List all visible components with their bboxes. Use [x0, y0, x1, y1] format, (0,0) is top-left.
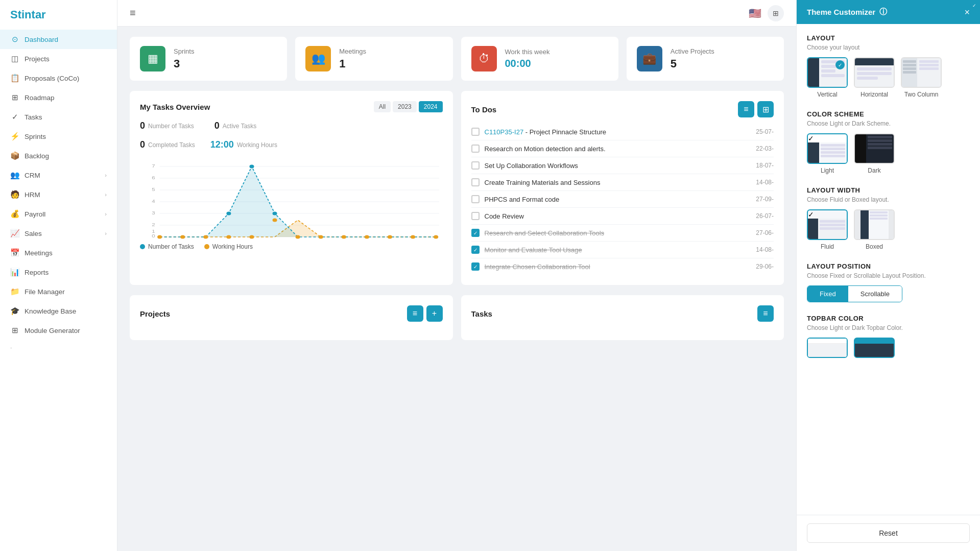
chart-dot [342, 235, 346, 239]
chevron-right-icon: › [105, 230, 107, 236]
layout-option-horizontal[interactable]: Horizontal [854, 57, 895, 98]
sidebar-item-label: File Manager [25, 288, 65, 296]
tab-all[interactable]: All [374, 101, 391, 112]
meetings-stat-info: Meetings 1 [339, 47, 366, 70]
sidebar-item-module-generator[interactable]: ⊞ Module Generator [0, 321, 117, 340]
tasks-menu-btn[interactable]: ≡ [757, 305, 774, 322]
todos-view-btn[interactable]: ⊞ [757, 101, 774, 117]
sidebar-item-meetings[interactable]: 📅 Meetings [0, 243, 117, 262]
theme-footer: Reset [797, 515, 980, 551]
topbar-color-dark[interactable] [854, 338, 895, 358]
chevron-right-icon: › [105, 211, 107, 217]
reset-button[interactable]: Reset [807, 523, 970, 543]
todo-checkbox-checked[interactable]: ✓ [471, 262, 480, 271]
color-option-dark[interactable]: Dark [854, 133, 895, 174]
sidebar-item-reports[interactable]: 📊 Reports [0, 262, 117, 282]
bottom-row: Projects ≡ + Tasks ≡ [130, 295, 784, 340]
work-stat-info: Work this week 00:00 [505, 48, 550, 69]
check-icon: ✓ [808, 210, 847, 219]
todo-checkbox-checked[interactable]: ✓ [471, 246, 480, 254]
middle-row: My Tasks Overview All 2023 2024 0 Number… [130, 91, 784, 285]
theme-customizer-panel: Theme Customizer ⓘ × LAYOUT Choose your … [796, 0, 980, 551]
topbar-grid-icon[interactable]: ⊞ [768, 5, 784, 21]
color-option-light[interactable]: ✓ Light [807, 133, 848, 174]
todo-item: ✓ Integrate Chosen Collaboration Tool 29… [471, 258, 774, 275]
tab-2024[interactable]: 2024 [419, 101, 443, 112]
chart-dot [411, 235, 415, 239]
sidebar-item-knowledge-base[interactable]: 🎓 Knowledge Base [0, 301, 117, 321]
projects-menu-btn[interactable]: ≡ [407, 305, 423, 322]
theme-close-button[interactable]: × [964, 8, 970, 17]
todo-checkbox[interactable] [471, 161, 480, 170]
layout-option-two-column[interactable]: Two Column [901, 57, 942, 98]
todo-checkbox[interactable] [471, 195, 480, 203]
sidebar-item-label: CRM [25, 172, 40, 179]
todo-checkbox[interactable] [471, 128, 480, 136]
legend-tasks-label: Number of Tasks [148, 243, 194, 250]
check-icon: ✓ [835, 60, 845, 69]
position-scrollable-btn[interactable]: Scrollable [848, 286, 902, 302]
backlog-icon: 📦 [10, 151, 19, 160]
topbar-color-light[interactable]: ✓ [807, 338, 848, 358]
todos-menu-btn[interactable]: ≡ [738, 101, 754, 117]
sidebar-item-sprints[interactable]: ⚡ Sprints [0, 127, 117, 146]
hamburger-icon[interactable]: ≡ [130, 7, 136, 19]
logo: Stintar [0, 0, 117, 30]
chart-dot [180, 235, 185, 239]
layout-position-subtitle: Choose Fixed or Scrollable Layout Positi… [807, 272, 970, 279]
sidebar-item-payroll[interactable]: 💰 Payroll › [0, 204, 117, 224]
topbar-color-title: TOPBAR COLOR [807, 315, 970, 322]
roadmap-icon: ⊞ [10, 93, 19, 102]
stat-number-of-tasks: 0 Number of Tasks [140, 121, 194, 131]
module-generator-icon: ⊞ [10, 326, 19, 335]
chevron-right-icon: › [105, 191, 107, 198]
todo-text: Code Review [485, 212, 751, 220]
todo-checkbox[interactable] [471, 212, 480, 220]
flag-icon[interactable]: 🇺🇸 [749, 7, 761, 19]
meetings-stat-icon: 👥 [305, 46, 331, 71]
sidebar-item-file-manager[interactable]: 📁 File Manager [0, 282, 117, 301]
todo-date: 27-06- [756, 229, 774, 236]
width-option-boxed[interactable]: Boxed [854, 209, 895, 250]
layout-position-section: LAYOUT POSITION Choose Fixed or Scrollab… [807, 262, 970, 302]
chart-dot [273, 219, 277, 222]
todo-item: C110P35-I27 - Project Pinnacle Structure… [471, 124, 774, 140]
todo-checkbox-checked[interactable]: ✓ [471, 229, 480, 237]
sidebar-item-hrm[interactable]: 🧑 HRM › [0, 185, 117, 204]
sidebar-item-dashboard[interactable]: ⊙ Dashboard [0, 30, 117, 49]
sidebar-item-roadmap[interactable]: ⊞ Roadmap [0, 88, 117, 107]
sidebar-item-projects[interactable]: ◫ Projects [0, 49, 117, 68]
stat-card-sprints: ▦ Sprints 3 [130, 37, 287, 81]
topbar-color-subtitle: Choose Light or Dark Topbar Color. [807, 324, 970, 331]
layout-option-vertical[interactable]: ✓ Vertical [807, 57, 848, 98]
sidebar-item-label: Meetings [25, 249, 53, 257]
todo-text: Set Up Collaboration Workflows [485, 162, 751, 170]
chevron-right-icon: › [105, 172, 107, 178]
projects-add-btn[interactable]: + [426, 305, 443, 322]
sidebar-item-backlog[interactable]: 📦 Backlog [0, 146, 117, 165]
chart-dot [203, 235, 208, 239]
chart-dot [319, 235, 323, 239]
todo-link[interactable]: C110P35-I27 [485, 128, 524, 136]
todos-card: To Dos ≡ ⊞ C110P35-I27 - Project Pinnacl… [461, 91, 784, 285]
stat-card-active-projects: 💼 Active Projects 5 [627, 37, 784, 81]
todo-checkbox[interactable] [471, 145, 480, 153]
todo-checkbox[interactable] [471, 178, 480, 186]
sprints-label: Sprints [174, 47, 194, 55]
knowledge-base-icon: 🎓 [10, 306, 19, 316]
todo-date: 26-07- [756, 212, 774, 220]
tab-2023[interactable]: 2023 [393, 101, 417, 112]
sidebar-item-tasks[interactable]: ✓ Tasks [0, 107, 117, 127]
color-thumb-dark [854, 133, 895, 164]
width-option-fluid[interactable]: ✓ Fluid [807, 209, 848, 250]
sidebar-item-proposals[interactable]: 📋 Proposals (CoCo) [0, 68, 117, 88]
color-thumb-light: ✓ [807, 133, 848, 164]
sprints-icon: ⚡ [10, 132, 19, 141]
color-scheme-title: COLOR SCHEME [807, 110, 970, 118]
sidebar-item-crm[interactable]: 👥 CRM › [0, 165, 117, 185]
projects-card: Projects ≡ + [130, 295, 453, 340]
todo-text: C110P35-I27 - Project Pinnacle Structure [485, 128, 751, 136]
tasks-overview-title: My Tasks Overview [140, 103, 210, 111]
sidebar-item-sales[interactable]: 📈 Sales › [0, 224, 117, 243]
position-fixed-btn[interactable]: Fixed [807, 286, 848, 302]
